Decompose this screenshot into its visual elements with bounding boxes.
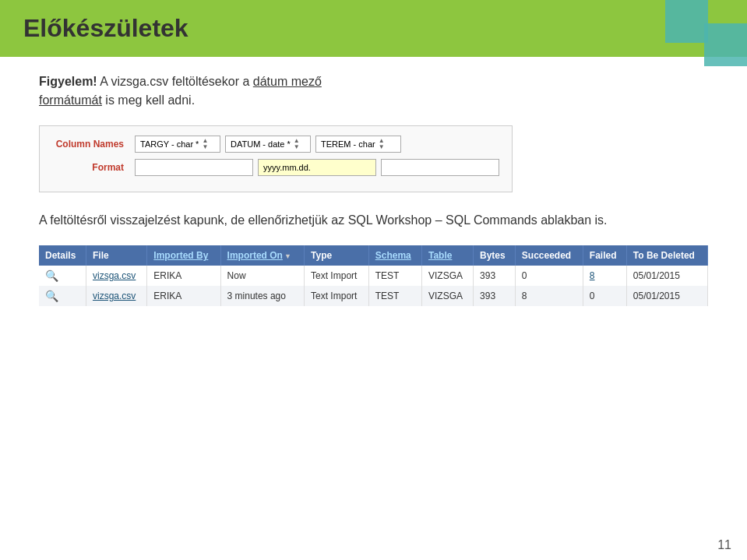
td-schema-2: TEST [368, 286, 421, 306]
datum-arrows: ▲▼ [294, 138, 300, 150]
alert-text1: A vizsga.csv feltöltésekor a [100, 75, 253, 88]
td-to-be-deleted-2: 05/01/2015 [626, 286, 707, 306]
description-paragraph: A feltöltésről visszajelzést kapunk, de … [39, 211, 708, 230]
alert-link2[interactable]: formátumát [39, 93, 102, 107]
datum-select[interactable]: DATUM - date * ▲▼ [225, 136, 311, 153]
td-table-2: VIZSGA [421, 286, 473, 306]
td-details-2: 🔍 [39, 286, 86, 306]
alert-text3: is meg kell adni. [102, 93, 195, 107]
table-body: 🔍 vizsga.csv ERIKA Now Text Import TEST … [39, 266, 708, 306]
import-table: Details File Imported By Imported On▼ Ty… [39, 245, 708, 306]
deco-square-1 [665, 0, 708, 43]
format-input-1[interactable] [135, 159, 253, 176]
td-bytes-1: 393 [474, 266, 516, 286]
column-names-label: Column Names [52, 139, 130, 150]
format-input-3[interactable] [381, 159, 499, 176]
th-imported-on: Imported On▼ [220, 245, 304, 266]
format-input-2[interactable] [258, 159, 376, 176]
search-icon[interactable]: 🔍 [45, 290, 58, 302]
th-file: File [86, 245, 146, 266]
td-to-be-deleted-1: 05/01/2015 [626, 266, 707, 286]
datum-value: DATUM - date * [231, 139, 291, 149]
th-type: Type [305, 245, 369, 266]
description-text: A feltöltésről visszajelzést kapunk, de … [39, 213, 608, 227]
th-details: Details [39, 245, 86, 266]
th-succeeded: Succeeded [515, 245, 583, 266]
td-table-1: VIZSGA [421, 266, 473, 286]
failed-link-1[interactable]: 8 [590, 270, 595, 281]
td-details-1: 🔍 [39, 266, 86, 286]
td-type-2: Text Import [305, 286, 369, 306]
alert-link1[interactable]: dátum mező [253, 75, 322, 88]
td-file-1: vizsga.csv [86, 266, 146, 286]
td-imported-by-2: ERIKA [147, 286, 220, 306]
decorative-squares [654, 0, 747, 78]
terem-value: TEREM - char [321, 139, 375, 149]
deco-square-2 [704, 23, 747, 66]
format-label: Format [52, 162, 130, 173]
td-failed-1: 8 [583, 266, 626, 286]
page-title: Előkészületek [23, 14, 189, 42]
targy-value: TARGY - char * [140, 139, 199, 149]
page-number: 11 [717, 538, 731, 552]
th-bytes: Bytes [474, 245, 516, 266]
csv-demo-box: Column Names TARGY - char * ▲▼ DATUM - d… [39, 125, 513, 192]
table-row: 🔍 vizsga.csv ERIKA Now Text Import TEST … [39, 266, 708, 286]
terem-arrows: ▲▼ [379, 138, 385, 150]
file-link-1[interactable]: vizsga.csv [93, 270, 136, 281]
td-succeeded-1: 0 [515, 266, 583, 286]
th-failed: Failed [583, 245, 626, 266]
td-type-1: Text Import [305, 266, 369, 286]
table-header-row: Details File Imported By Imported On▼ Ty… [39, 245, 708, 266]
terem-select[interactable]: TEREM - char ▲▼ [315, 136, 401, 153]
table-header: Details File Imported By Imported On▼ Ty… [39, 245, 708, 266]
th-imported-by: Imported By [147, 245, 220, 266]
search-icon[interactable]: 🔍 [45, 269, 58, 282]
th-table: Table [421, 245, 473, 266]
alert-prefix: Figyelem! [39, 75, 97, 88]
td-imported-by-1: ERIKA [147, 266, 220, 286]
td-succeeded-2: 8 [515, 286, 583, 306]
header-banner: Előkészületek [0, 0, 747, 57]
table-row: 🔍 vizsga.csv ERIKA 3 minutes ago Text Im… [39, 286, 708, 306]
th-schema: Schema [368, 245, 421, 266]
file-link-2[interactable]: vizsga.csv [93, 291, 136, 301]
main-content: Figyelem! A vizsga.csv feltöltésekor a d… [0, 72, 747, 322]
th-to-be-deleted: To Be Deleted [626, 245, 707, 266]
td-imported-on-2: 3 minutes ago [220, 286, 304, 306]
td-file-2: vizsga.csv [86, 286, 146, 306]
targy-arrows: ▲▼ [202, 138, 208, 150]
td-failed-2: 0 [583, 286, 626, 306]
td-schema-1: TEST [368, 266, 421, 286]
td-imported-on-1: Now [220, 266, 304, 286]
alert-paragraph: Figyelem! A vizsga.csv feltöltésekor a d… [39, 72, 708, 110]
targy-select[interactable]: TARGY - char * ▲▼ [135, 136, 220, 153]
csv-row-format: Format [52, 159, 499, 176]
td-bytes-2: 393 [474, 286, 516, 306]
sort-icon: ▼ [284, 252, 291, 260]
csv-row-columns: Column Names TARGY - char * ▲▼ DATUM - d… [52, 136, 499, 153]
